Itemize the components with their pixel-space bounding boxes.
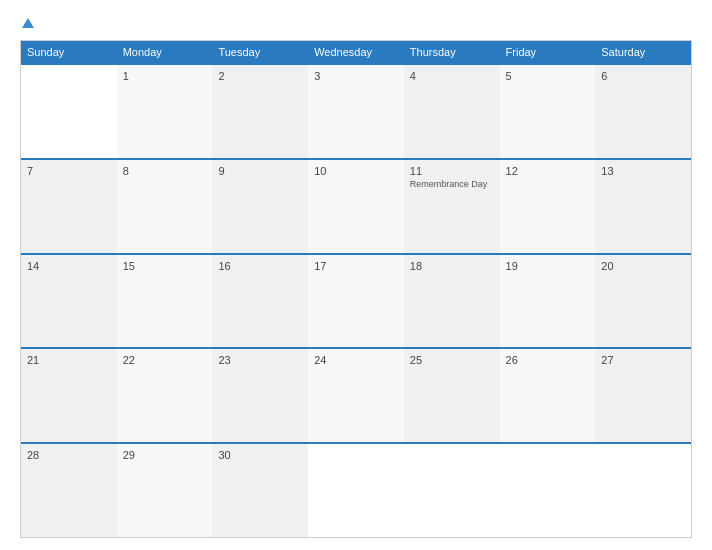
header bbox=[20, 18, 692, 30]
day-cell-empty bbox=[595, 444, 691, 537]
day-number: 14 bbox=[27, 260, 111, 272]
day-number: 12 bbox=[506, 165, 590, 177]
day-cell-18: 18 bbox=[404, 255, 500, 348]
day-number: 25 bbox=[410, 354, 494, 366]
day-header-monday: Monday bbox=[117, 41, 213, 63]
day-cell-29: 29 bbox=[117, 444, 213, 537]
week-row-2: 7891011Remembrance Day1213 bbox=[21, 158, 691, 253]
day-cell-13: 13 bbox=[595, 160, 691, 253]
day-number: 10 bbox=[314, 165, 398, 177]
day-cell-empty bbox=[21, 65, 117, 158]
day-number: 29 bbox=[123, 449, 207, 461]
day-cell-26: 26 bbox=[500, 349, 596, 442]
day-number: 3 bbox=[314, 70, 398, 82]
day-header-sunday: Sunday bbox=[21, 41, 117, 63]
day-cell-12: 12 bbox=[500, 160, 596, 253]
day-cell-11: 11Remembrance Day bbox=[404, 160, 500, 253]
day-header-friday: Friday bbox=[500, 41, 596, 63]
logo-triangle-icon bbox=[22, 18, 34, 28]
day-cell-27: 27 bbox=[595, 349, 691, 442]
day-cell-24: 24 bbox=[308, 349, 404, 442]
day-number: 22 bbox=[123, 354, 207, 366]
day-number: 18 bbox=[410, 260, 494, 272]
day-cell-20: 20 bbox=[595, 255, 691, 348]
day-cell-empty bbox=[308, 444, 404, 537]
day-number: 15 bbox=[123, 260, 207, 272]
day-number: 1 bbox=[123, 70, 207, 82]
week-row-1: 123456 bbox=[21, 63, 691, 158]
day-number: 7 bbox=[27, 165, 111, 177]
day-cell-2: 2 bbox=[212, 65, 308, 158]
day-cell-16: 16 bbox=[212, 255, 308, 348]
day-number: 9 bbox=[218, 165, 302, 177]
day-header-thursday: Thursday bbox=[404, 41, 500, 63]
weeks-container: 1234567891011Remembrance Day121314151617… bbox=[21, 63, 691, 537]
day-number: 16 bbox=[218, 260, 302, 272]
day-number: 27 bbox=[601, 354, 685, 366]
day-cell-4: 4 bbox=[404, 65, 500, 158]
day-event: Remembrance Day bbox=[410, 179, 494, 190]
day-cell-9: 9 bbox=[212, 160, 308, 253]
day-number: 4 bbox=[410, 70, 494, 82]
day-cell-8: 8 bbox=[117, 160, 213, 253]
day-number: 24 bbox=[314, 354, 398, 366]
day-cell-15: 15 bbox=[117, 255, 213, 348]
day-number: 21 bbox=[27, 354, 111, 366]
day-cell-10: 10 bbox=[308, 160, 404, 253]
day-cell-23: 23 bbox=[212, 349, 308, 442]
logo bbox=[20, 18, 34, 30]
day-cell-empty bbox=[404, 444, 500, 537]
day-number: 11 bbox=[410, 165, 494, 177]
day-cell-5: 5 bbox=[500, 65, 596, 158]
day-number: 17 bbox=[314, 260, 398, 272]
day-number: 26 bbox=[506, 354, 590, 366]
day-number: 2 bbox=[218, 70, 302, 82]
day-number: 6 bbox=[601, 70, 685, 82]
day-number: 5 bbox=[506, 70, 590, 82]
day-cell-19: 19 bbox=[500, 255, 596, 348]
calendar-grid: SundayMondayTuesdayWednesdayThursdayFrid… bbox=[20, 40, 692, 538]
day-cell-25: 25 bbox=[404, 349, 500, 442]
day-cell-6: 6 bbox=[595, 65, 691, 158]
week-row-3: 14151617181920 bbox=[21, 253, 691, 348]
week-row-4: 21222324252627 bbox=[21, 347, 691, 442]
day-number: 19 bbox=[506, 260, 590, 272]
day-header-tuesday: Tuesday bbox=[212, 41, 308, 63]
day-cell-14: 14 bbox=[21, 255, 117, 348]
day-cell-28: 28 bbox=[21, 444, 117, 537]
day-cell-empty bbox=[500, 444, 596, 537]
day-cell-7: 7 bbox=[21, 160, 117, 253]
day-number: 28 bbox=[27, 449, 111, 461]
day-number: 8 bbox=[123, 165, 207, 177]
day-number: 20 bbox=[601, 260, 685, 272]
day-header-saturday: Saturday bbox=[595, 41, 691, 63]
day-cell-17: 17 bbox=[308, 255, 404, 348]
day-cell-3: 3 bbox=[308, 65, 404, 158]
day-cell-30: 30 bbox=[212, 444, 308, 537]
day-cell-22: 22 bbox=[117, 349, 213, 442]
day-number: 30 bbox=[218, 449, 302, 461]
week-row-5: 282930 bbox=[21, 442, 691, 537]
calendar-page: SundayMondayTuesdayWednesdayThursdayFrid… bbox=[0, 0, 712, 550]
day-number: 23 bbox=[218, 354, 302, 366]
day-cell-21: 21 bbox=[21, 349, 117, 442]
day-headers-row: SundayMondayTuesdayWednesdayThursdayFrid… bbox=[21, 41, 691, 63]
day-cell-1: 1 bbox=[117, 65, 213, 158]
day-header-wednesday: Wednesday bbox=[308, 41, 404, 63]
day-number: 13 bbox=[601, 165, 685, 177]
